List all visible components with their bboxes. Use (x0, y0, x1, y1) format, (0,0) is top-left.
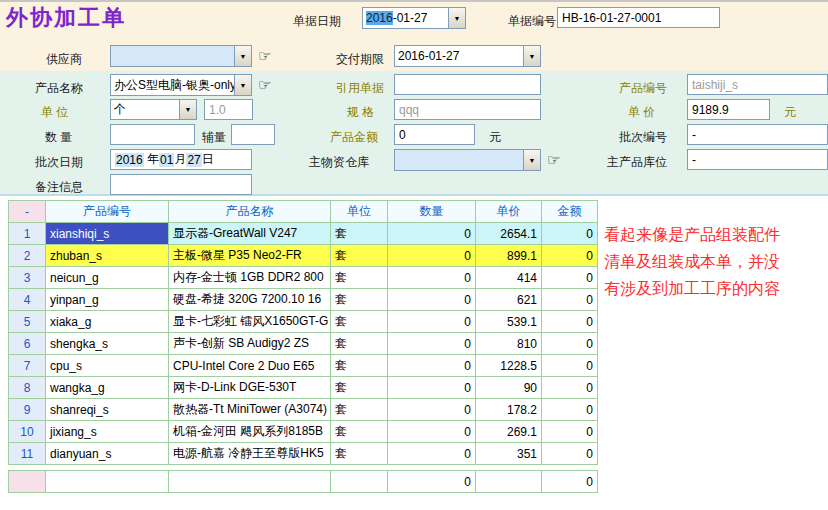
unit-price-cell[interactable]: 351 (476, 443, 542, 465)
spec-input[interactable]: qqq (394, 99, 541, 120)
row-number-cell[interactable]: 8 (9, 377, 46, 399)
unit-cell[interactable]: 套 (331, 245, 388, 267)
unit-price-cell[interactable]: 178.2 (476, 399, 542, 421)
unit-select[interactable]: 个 ▼ (110, 99, 197, 120)
total-unit-cell[interactable] (331, 471, 388, 493)
product-lookup-hand-icon[interactable]: ☞ (258, 77, 271, 92)
row-number-cell[interactable]: 3 (9, 267, 46, 289)
quantity-cell[interactable]: 0 (388, 289, 476, 311)
product-code-cell[interactable]: dianyuan_s (46, 443, 169, 465)
unit-cell[interactable]: 套 (331, 443, 388, 465)
product-amount-input[interactable]: 0 (394, 124, 475, 145)
supplier-lookup-hand-icon[interactable]: ☞ (258, 48, 271, 63)
product-name-cell[interactable]: 声卡-创新 SB Audigy2 ZS (169, 333, 331, 355)
supplier-select[interactable]: ▼ (110, 45, 252, 67)
unit-cell[interactable]: 套 (331, 377, 388, 399)
product-code-cell[interactable]: yinpan_g (46, 289, 169, 311)
unit-cell[interactable]: 套 (331, 311, 388, 333)
unit-price-cell[interactable]: 621 (476, 289, 542, 311)
amount-cell[interactable]: 0 (542, 421, 598, 443)
unit-price-cell[interactable]: 90 (476, 377, 542, 399)
main-warehouse-select[interactable]: ▼ (394, 149, 541, 171)
product-code-input[interactable]: taishiji_s (687, 74, 828, 95)
product-name-cell[interactable]: 主板-微星 P35 Neo2-FR (169, 245, 331, 267)
amount-cell[interactable]: 0 (542, 311, 598, 333)
unit-cell[interactable]: 套 (331, 355, 388, 377)
amount-cell[interactable]: 0 (542, 355, 598, 377)
doc-no-input[interactable]: HB-16-01-27-0001 (557, 7, 720, 28)
unit-cell[interactable]: 套 (331, 223, 388, 245)
chevron-down-icon[interactable]: ▼ (234, 75, 251, 95)
product-code-cell[interactable]: shengka_s (46, 333, 169, 355)
chevron-down-icon[interactable]: ▼ (179, 100, 196, 119)
unit-price-cell[interactable]: 269.1 (476, 421, 542, 443)
row-number-cell[interactable]: 10 (9, 421, 46, 443)
total-name-cell[interactable] (169, 471, 331, 493)
total-code-cell[interactable] (46, 471, 169, 493)
unit-price-cell[interactable]: 414 (476, 267, 542, 289)
unit-cell[interactable]: 套 (331, 333, 388, 355)
product-code-cell[interactable]: zhuban_s (46, 245, 169, 267)
warehouse-lookup-hand-icon[interactable]: ☞ (547, 152, 560, 167)
product-name-select[interactable]: 办公S型电脑-银奥-only ▼ (110, 74, 252, 96)
product-name-cell[interactable]: 散热器-Tt MiniTower (A3074) (169, 399, 331, 421)
quantity-cell[interactable]: 0 (388, 443, 476, 465)
total-amount-cell[interactable]: 0 (542, 471, 598, 493)
product-name-cell[interactable]: 显卡-七彩虹 镭风X1650GT-G (169, 311, 331, 333)
ref-doc-input[interactable] (394, 74, 541, 95)
row-number-cell[interactable]: 5 (9, 311, 46, 333)
product-code-cell[interactable]: xiaka_g (46, 311, 169, 333)
product-name-cell[interactable]: 硬盘-希捷 320G 7200.10 16 (169, 289, 331, 311)
quantity-cell[interactable]: 0 (388, 355, 476, 377)
quantity-cell[interactable]: 0 (388, 245, 476, 267)
row-number-cell[interactable]: 7 (9, 355, 46, 377)
unit-cell[interactable]: 套 (331, 421, 388, 443)
unit-price-cell[interactable]: 899.1 (476, 245, 542, 267)
amount-cell[interactable]: 0 (542, 223, 598, 245)
total-quantity-cell[interactable]: 0 (388, 471, 476, 493)
delivery-date-select[interactable]: 2016-01-27 ▼ (394, 45, 541, 67)
quantity-cell[interactable]: 0 (388, 399, 476, 421)
batch-no-input[interactable]: - (687, 124, 828, 145)
quantity-cell[interactable]: 0 (388, 421, 476, 443)
unit-price-input[interactable]: 9189.9 (687, 99, 770, 120)
amount-cell[interactable]: 0 (542, 377, 598, 399)
amount-cell[interactable]: 0 (542, 399, 598, 421)
aux-quantity-input[interactable] (231, 124, 275, 145)
unit-cell[interactable]: 套 (331, 399, 388, 421)
unit-price-cell[interactable]: 2654.1 (476, 223, 542, 245)
row-number-cell[interactable]: 2 (9, 245, 46, 267)
chevron-down-icon[interactable]: ▼ (448, 8, 465, 28)
unit-price-cell[interactable]: 1228.5 (476, 355, 542, 377)
chevron-down-icon[interactable]: ▼ (523, 150, 540, 170)
amount-cell[interactable]: 0 (542, 289, 598, 311)
total-row-selector[interactable] (9, 471, 46, 493)
unit-cell[interactable]: 套 (331, 267, 388, 289)
unit-factor-input[interactable]: 1.0 (204, 99, 253, 120)
total-price-cell[interactable] (476, 471, 542, 493)
row-number-cell[interactable]: 6 (9, 333, 46, 355)
amount-cell[interactable]: 0 (542, 333, 598, 355)
product-name-cell[interactable]: CPU-Intel Core 2 Duo E65 (169, 355, 331, 377)
product-name-cell[interactable]: 内存-金士顿 1GB DDR2 800 (169, 267, 331, 289)
quantity-input[interactable] (110, 124, 195, 145)
remark-input[interactable] (110, 174, 252, 195)
row-number-cell[interactable]: 1 (9, 223, 46, 245)
product-name-cell[interactable]: 机箱-金河田 飓风系列8185B (169, 421, 331, 443)
quantity-cell[interactable]: 0 (388, 311, 476, 333)
quantity-cell[interactable]: 0 (388, 223, 476, 245)
product-name-cell[interactable]: 网卡-D-Link DGE-530T (169, 377, 331, 399)
product-name-cell[interactable]: 电源-航嘉 冷静王至尊版HK5 (169, 443, 331, 465)
chevron-down-icon[interactable]: ▼ (234, 46, 251, 66)
product-code-cell[interactable]: wangka_g (46, 377, 169, 399)
quantity-cell[interactable]: 0 (388, 333, 476, 355)
chevron-down-icon[interactable]: ▼ (523, 46, 540, 66)
quantity-cell[interactable]: 0 (388, 267, 476, 289)
product-name-cell[interactable]: 显示器-GreatWall V247 (169, 223, 331, 245)
product-code-cell[interactable]: xianshiqi_s (46, 223, 169, 245)
row-number-cell[interactable]: 4 (9, 289, 46, 311)
row-number-cell[interactable]: 9 (9, 399, 46, 421)
amount-cell[interactable]: 0 (542, 245, 598, 267)
main-location-input[interactable]: - (687, 149, 828, 170)
doc-date-select[interactable]: 2016-01-27 ▼ (362, 7, 466, 29)
